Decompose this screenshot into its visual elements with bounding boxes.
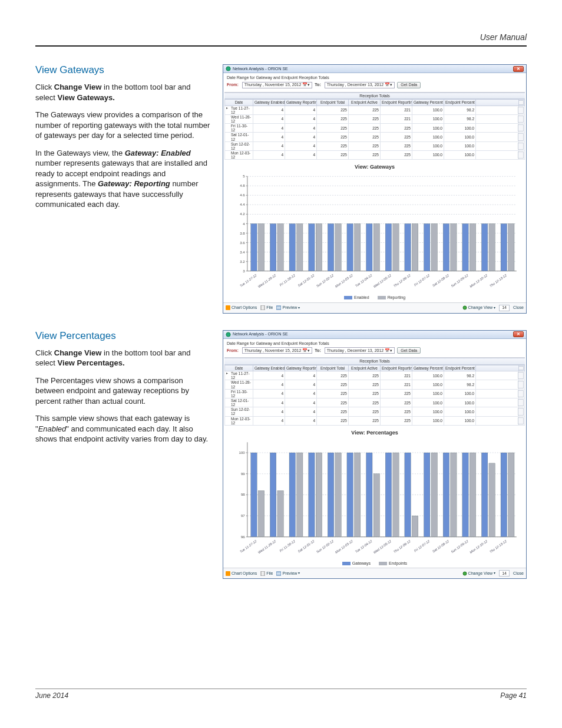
svg-rect-118	[366, 453, 372, 537]
from-label: From:	[227, 348, 239, 353]
svg-text:Mon 12-10-12: Mon 12-10-12	[469, 539, 488, 554]
close-button[interactable]: Close	[513, 305, 524, 310]
bottom-toolbar: Chart Options File Preview Change View 1…	[223, 302, 526, 313]
get-data-button[interactable]: Get Data	[397, 82, 421, 88]
col-4[interactable]: Endpoint Active	[349, 365, 381, 371]
chart-legend: Enabled Reporting	[229, 295, 520, 300]
table-row[interactable]: Sun 12-02-1244225225225100.0100.0	[225, 141, 525, 150]
col-2[interactable]: Gateway Reporting	[285, 100, 317, 106]
col-date[interactable]: Date	[225, 365, 253, 371]
window-close-button[interactable]: ✕	[513, 331, 524, 337]
table-row[interactable]: Tue 11-27-1244225225221100.098.2	[225, 371, 525, 380]
svg-text:Mon 12-10-12: Mon 12-10-12	[469, 273, 488, 288]
table-row[interactable]: Sat 12-01-1244225225225100.0100.0	[225, 398, 525, 407]
refresh-input[interactable]: 14	[499, 570, 510, 577]
table-row[interactable]: Fri 11-30-1244225225225100.0100.0	[225, 124, 525, 133]
svg-rect-125	[412, 516, 418, 537]
table-row[interactable]: Mon 12-03-1244225225225100.0100.0	[225, 416, 525, 425]
svg-rect-110	[316, 453, 322, 537]
svg-text:Sun 12-02-12: Sun 12-02-12	[316, 273, 335, 288]
bar-chart: 33.23.43.63.844.24.44.64.85Tue 11-27-12W…	[229, 173, 520, 294]
col-6[interactable]: Gateway Percent	[412, 100, 444, 106]
window-close-button[interactable]: ✕	[513, 66, 524, 72]
refresh-input[interactable]: 14	[499, 305, 510, 311]
svg-text:Tue 12-04-12: Tue 12-04-12	[355, 539, 373, 554]
svg-rect-112	[328, 453, 333, 537]
preview-button[interactable]: Preview	[276, 305, 300, 310]
to-date-input[interactable]: Thursday , December 13, 2012 📅▾	[325, 347, 395, 354]
svg-text:Sat 12-01-12: Sat 12-01-12	[297, 273, 315, 287]
col-6[interactable]: Gateway Percent	[412, 365, 444, 371]
file-button[interactable]: File	[260, 305, 273, 310]
col-4[interactable]: Endpoint Active	[349, 100, 381, 106]
svg-rect-100	[251, 453, 257, 537]
svg-rect-49	[335, 224, 341, 271]
percentages-desc-2: This sample view shows that each gateway…	[35, 413, 212, 444]
svg-rect-39	[270, 224, 276, 271]
svg-rect-80	[276, 306, 281, 309]
svg-rect-60	[405, 224, 411, 271]
table-row[interactable]: Wed 11-28-1244225225221100.098.2	[225, 114, 525, 123]
scrollbar[interactable]	[519, 365, 525, 371]
svg-point-145	[463, 572, 467, 575]
from-date-input[interactable]: Thursday , November 15, 2012 📅▾	[242, 347, 313, 354]
svg-rect-116	[354, 453, 360, 537]
close-button[interactable]: Close	[513, 571, 524, 576]
legend-item: Enabled	[344, 295, 369, 300]
chart-options-button[interactable]: Chart Options	[226, 305, 257, 310]
svg-text:Tue 11-27-12: Tue 11-27-12	[239, 273, 258, 288]
col-2[interactable]: Gateway Reporting	[285, 365, 317, 371]
svg-text:4: 4	[243, 222, 245, 226]
svg-rect-70	[470, 224, 475, 271]
chart-title: View: Gateways	[229, 164, 520, 170]
to-date-input[interactable]: Thursday , December 13, 2012 📅▾	[325, 82, 395, 88]
col-5[interactable]: Endpoint Reporting	[381, 365, 412, 371]
app-icon	[226, 66, 231, 71]
scrollbar[interactable]	[519, 100, 525, 106]
app-window-gateways: Network Analysis - ORION SE ✕ Date Range…	[223, 64, 527, 314]
from-label: From:	[227, 83, 239, 87]
col-5[interactable]: Endpoint Reporting	[381, 100, 412, 106]
header-rule	[35, 45, 527, 47]
preview-button[interactable]: Preview	[276, 571, 300, 576]
svg-rect-131	[451, 453, 457, 537]
svg-rect-64	[431, 224, 437, 271]
svg-rect-121	[385, 453, 391, 537]
window-title: Network Analysis - ORION SE	[233, 332, 288, 337]
svg-text:Thu 12-13-12: Thu 12-13-12	[489, 273, 508, 288]
chart-options-button[interactable]: Chart Options	[226, 571, 257, 576]
col-1[interactable]: Gateway Enabled	[253, 365, 285, 371]
col-7[interactable]: Endpoint Percent	[444, 365, 476, 371]
table-row[interactable]: Wed 11-28-1244225225221100.098.2	[225, 380, 525, 389]
col-date[interactable]: Date	[225, 100, 253, 106]
svg-text:Sat 12-01-12: Sat 12-01-12	[297, 539, 315, 553]
svg-rect-119	[373, 473, 379, 536]
col-7[interactable]: Endpoint Percent	[444, 100, 476, 106]
section-view-gateways: View Gateways Click Change View in the b…	[35, 64, 527, 314]
svg-rect-124	[405, 453, 411, 537]
table-row[interactable]: Mon 12-03-1244225225225100.0100.0	[225, 150, 525, 159]
change-view-button[interactable]: Change View	[462, 571, 496, 576]
table-row[interactable]: Fri 11-30-1244225225225100.0100.0	[225, 389, 525, 398]
svg-rect-72	[481, 224, 487, 271]
svg-text:Sat 12-08-12: Sat 12-08-12	[432, 273, 450, 287]
table-row[interactable]: Tue 11-27-1244225225221100.098.2	[225, 106, 525, 114]
col-1[interactable]: Gateway Enabled	[253, 100, 285, 106]
reception-table: DateGateway EnabledGateway ReportingEndp…	[224, 99, 525, 160]
change-view-button[interactable]: Change View	[462, 305, 496, 310]
col-3[interactable]: Endpoint Total	[317, 100, 349, 106]
svg-point-81	[463, 306, 467, 309]
col-3[interactable]: Endpoint Total	[317, 365, 349, 371]
svg-rect-128	[431, 453, 437, 537]
svg-text:5: 5	[243, 174, 245, 178]
table-row[interactable]: Sun 12-02-1244225225225100.0100.0	[225, 407, 525, 416]
svg-text:Wed 12-05-12: Wed 12-05-12	[373, 273, 392, 288]
titlebar[interactable]: Network Analysis - ORION SE ✕	[223, 65, 526, 73]
table-row[interactable]: Sat 12-01-1244225225225100.0100.0	[225, 133, 525, 141]
svg-rect-134	[470, 453, 475, 537]
get-data-button[interactable]: Get Data	[397, 347, 421, 354]
from-date-input[interactable]: Thursday , November 15, 2012 📅▾	[242, 82, 313, 88]
file-button[interactable]: File	[260, 571, 273, 576]
svg-rect-40	[277, 224, 283, 271]
titlebar[interactable]: Network Analysis - ORION SE ✕	[223, 331, 526, 339]
